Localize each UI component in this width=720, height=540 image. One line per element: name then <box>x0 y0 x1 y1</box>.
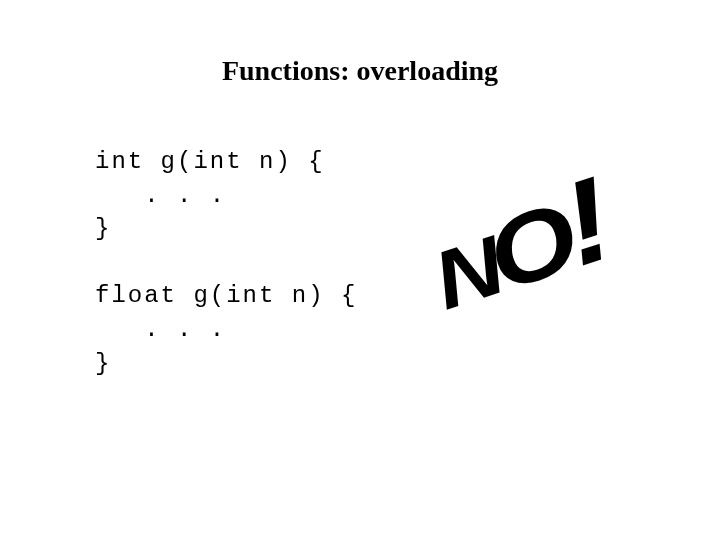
slide-title: Functions: overloading <box>0 55 720 87</box>
no-stamp: N O ! <box>412 150 628 336</box>
code-example: int g(int n) { . . . } float g(int n) { … <box>95 145 357 380</box>
